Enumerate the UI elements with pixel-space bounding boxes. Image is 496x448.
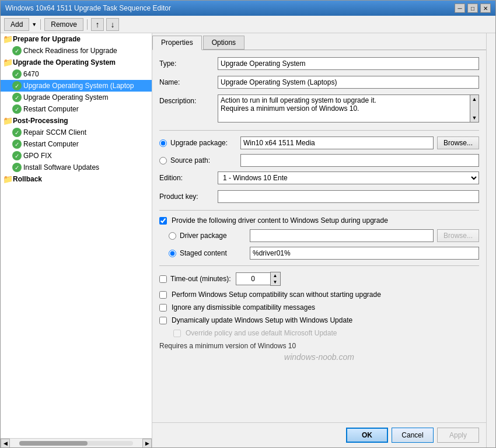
folder-icon-prepare: 📁 xyxy=(3,34,13,44)
close-button[interactable]: ✕ xyxy=(480,4,491,13)
cancel-button[interactable]: Cancel xyxy=(392,428,434,443)
override-policy-row: Override policy and use default Microsof… xyxy=(173,329,479,337)
tree-item-6470[interactable]: ✓ 6470 xyxy=(1,68,152,80)
tree-view[interactable]: 📁 Prepare for Upgrade ✓ Check Readiness … xyxy=(1,33,152,438)
type-input[interactable] xyxy=(218,57,479,70)
group-prepare: 📁 Prepare for Upgrade xyxy=(1,33,152,45)
edition-row: Edition: 1 - Windows 10 Ente xyxy=(159,172,479,186)
spinner-up-btn[interactable]: ▲ xyxy=(271,272,280,279)
tree-item-restart-1[interactable]: ✓ Restart Computer xyxy=(1,103,152,115)
check-icon-repair: ✓ xyxy=(12,128,22,137)
move-down-icon[interactable]: ↓ xyxy=(106,18,119,31)
check-icon-laptops: ✓ xyxy=(12,81,22,90)
minimize-button[interactable]: ─ xyxy=(455,4,465,13)
tree-item-check-readiness[interactable]: ✓ Check Readiness for Upgrade xyxy=(1,45,152,57)
override-policy-checkbox[interactable] xyxy=(173,330,181,337)
properties-panel: Type: Name: Description: Action to run i… xyxy=(152,50,486,422)
tree-item-gpo-fix[interactable]: ✓ GPO FIX xyxy=(1,150,152,162)
note-text: Requires a minimum version of Windows 10 xyxy=(159,342,479,350)
staged-content-input[interactable] xyxy=(250,247,479,260)
driver-content-checkbox[interactable] xyxy=(159,217,167,225)
check-icon-updates: ✓ xyxy=(12,163,22,172)
tree-item-repair-sccm-label: Repair SCCM Client xyxy=(23,128,86,136)
source-path-radio[interactable] xyxy=(159,157,167,164)
scroll-right-btn[interactable]: ▶ xyxy=(142,439,152,448)
staged-content-radio[interactable] xyxy=(169,250,176,257)
folder-icon-upgrade: 📁 xyxy=(3,58,13,67)
spinner-down-btn[interactable]: ▼ xyxy=(271,279,280,285)
divider-3 xyxy=(159,265,479,266)
move-up-icon[interactable]: ↑ xyxy=(91,18,104,31)
add-dropdown-icon[interactable]: ▼ xyxy=(32,22,37,27)
main-window: Windows 10x64 1511 Upgrade Task Sequence… xyxy=(0,0,496,448)
description-scrollbar: ▲ ▼ xyxy=(470,94,479,123)
description-input[interactable]: Action to run in full operating system t… xyxy=(218,94,479,123)
tab-bar: Properties Options xyxy=(152,33,486,50)
group-post-label: Post-Processing xyxy=(13,117,68,125)
apply-button[interactable]: Apply xyxy=(437,428,479,443)
compat-scan-row: Perform Windows Setup compatibility scan… xyxy=(159,290,479,299)
ok-button[interactable]: OK xyxy=(346,428,388,443)
timeout-label: Time-out (minutes): xyxy=(170,275,231,283)
upgrade-package-input[interactable] xyxy=(240,136,434,149)
scrollbar-track xyxy=(19,441,133,446)
tree-item-upgrade-os-label: Upgrade Operating System xyxy=(23,93,108,102)
folder-icon-post: 📁 xyxy=(3,116,13,125)
check-icon-restart1: ✓ xyxy=(12,104,22,114)
override-policy-label: Override policy and use default Microsof… xyxy=(186,329,337,337)
driver-package-radio[interactable] xyxy=(169,232,176,240)
scroll-left-btn[interactable]: ◀ xyxy=(1,439,10,448)
tab-options[interactable]: Options xyxy=(203,36,244,50)
upgrade-package-browse-btn[interactable]: Browse... xyxy=(437,136,479,149)
staged-content-row: Staged content xyxy=(169,247,479,260)
compat-scan-label: Perform Windows Setup compatibility scan… xyxy=(172,290,381,299)
tree-item-upgrade-laptops[interactable]: ✓ Upgrade Operating System (Laptop xyxy=(1,80,152,92)
driver-package-browse-btn[interactable]: Browse... xyxy=(437,229,479,242)
tree-item-upgrade-laptops-label: Upgrade Operating System (Laptop xyxy=(23,82,134,90)
dynamic-update-label: Dynamically update Windows Setup with Wi… xyxy=(172,316,352,324)
title-bar: Windows 10x64 1511 Upgrade Task Sequence… xyxy=(1,1,495,16)
divider-2 xyxy=(159,210,479,211)
driver-package-row: Driver package Browse... xyxy=(169,229,479,242)
dismissible-row: Ignore any dismissible compatibility mes… xyxy=(159,303,479,312)
window-controls: ─ □ ✕ xyxy=(455,4,491,13)
tree-item-restart-1-label: Restart Computer xyxy=(23,105,79,113)
edition-label: Edition: xyxy=(159,172,218,182)
name-row: Name: xyxy=(159,76,479,90)
tree-item-upgrade-os[interactable]: ✓ Upgrade Operating System xyxy=(1,92,152,103)
tree-item-install-updates[interactable]: ✓ Install Software Updates xyxy=(1,162,152,173)
edition-select[interactable]: 1 - Windows 10 Ente xyxy=(218,172,479,184)
upgrade-package-radio[interactable] xyxy=(159,139,167,147)
driver-package-input[interactable] xyxy=(250,229,434,242)
driver-content-row: Provide the following driver content to … xyxy=(159,216,479,225)
dynamic-update-checkbox[interactable] xyxy=(159,317,167,324)
description-label: Description: xyxy=(159,94,218,105)
toolbar-separator-1 xyxy=(40,19,41,30)
right-panel: Properties Options Type: Name: Descripti… xyxy=(152,33,486,447)
description-input-wrapper: Action to run in full operating system t… xyxy=(218,94,479,124)
type-label: Type: xyxy=(159,57,218,68)
product-key-input[interactable] xyxy=(218,190,479,203)
folder-icon-rollback: 📁 xyxy=(3,174,13,184)
tree-item-repair-sccm[interactable]: ✓ Repair SCCM Client xyxy=(1,127,152,138)
tree-scrollbar-horizontal[interactable]: ◀ ▶ xyxy=(1,438,152,447)
tree-item-check-readiness-label: Check Readiness for Upgrade xyxy=(23,47,117,55)
tree-item-restart-2[interactable]: ✓ Restart Computer xyxy=(1,138,152,150)
timeout-input[interactable] xyxy=(236,272,271,285)
product-key-label: Product key: xyxy=(159,190,218,201)
dismissible-checkbox[interactable] xyxy=(159,304,167,312)
driver-package-label: Driver package xyxy=(180,232,250,240)
maximize-button[interactable]: □ xyxy=(467,4,478,13)
check-icon-1: ✓ xyxy=(12,46,22,55)
name-input[interactable] xyxy=(218,76,479,89)
tree-item-restart-2-label: Restart Computer xyxy=(23,140,79,148)
tab-properties[interactable]: Properties xyxy=(152,36,202,50)
source-path-input[interactable] xyxy=(240,154,479,167)
timeout-checkbox[interactable] xyxy=(159,275,167,283)
upgrade-package-row: Upgrade package: Browse... xyxy=(159,136,479,149)
remove-button[interactable]: Remove xyxy=(44,18,83,31)
right-scrollbar xyxy=(486,33,495,447)
add-button[interactable]: Add xyxy=(4,18,29,31)
tree-item-6470-label: 6470 xyxy=(23,70,39,78)
compat-scan-checkbox[interactable] xyxy=(159,291,167,299)
